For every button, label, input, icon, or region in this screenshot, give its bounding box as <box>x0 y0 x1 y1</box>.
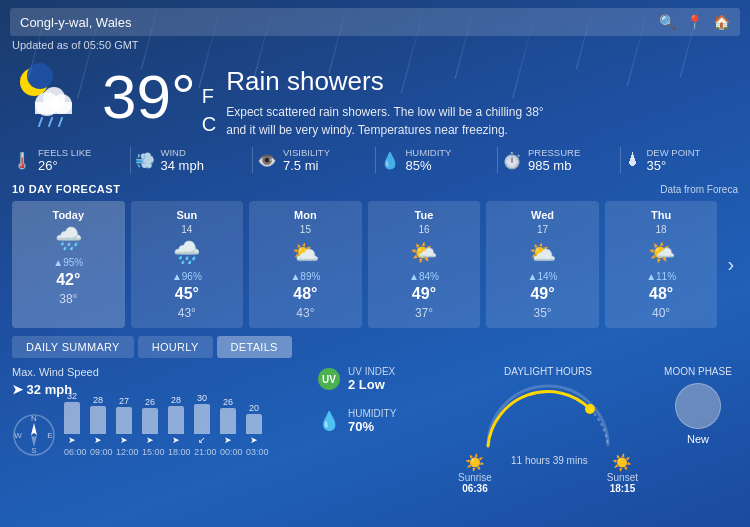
details-section: Max. Wind Speed ➤ 32 mph N S W E 32 ➤ 28 <box>0 362 750 494</box>
unit-fahrenheit[interactable]: F <box>202 86 216 106</box>
daylight-section: DAYLIGHT HOURS ☀️ Sunrise 06:36 11 hours… <box>458 366 638 494</box>
sunrise-icon: ☀️ <box>465 453 485 472</box>
sunset-label: Sunset <box>607 472 638 483</box>
forecast-high-temp: 49° <box>412 285 436 303</box>
svg-text:N: N <box>31 414 37 423</box>
sunset-icon: ☀️ <box>612 453 632 472</box>
dew-point-stat: 🌢 DEW POINT 35° <box>625 147 739 173</box>
forecast-low-temp: 35° <box>533 306 551 320</box>
wind-bars-chart: 32 ➤ 28 ➤ 27 ➤ 26 ➤ 28 ➤ 30 ↙ 26 ➤ 20 ➤ … <box>64 405 298 457</box>
svg-marker-14 <box>31 423 37 435</box>
feels-like-stat: 🌡️ FEELS LIKE 26° <box>12 147 126 173</box>
uv-badge: UV <box>318 368 340 390</box>
forecast-day-label: Wed <box>531 209 554 221</box>
forecast-weather-icon: 🌧️ <box>173 240 200 266</box>
forecast-precip: ▲14% <box>528 271 558 282</box>
humidity-value: 85% <box>406 158 452 173</box>
tab-hourly[interactable]: HOURLY <box>138 336 213 358</box>
forecast-next-arrow[interactable]: › <box>723 201 738 328</box>
svg-line-6 <box>39 118 42 126</box>
wind-compass: N S W E <box>12 413 56 457</box>
pressure-stat: ⏱️ PRESSURE 985 mb <box>502 147 616 173</box>
humidity-label: HUMIDITY <box>406 147 452 158</box>
wind-label: WIND <box>161 147 204 158</box>
forecast-precip: ▲11% <box>646 271 676 282</box>
search-bar: 🔍 📍 🏠 <box>10 8 740 36</box>
gauge-icon: ⏱️ <box>502 151 522 170</box>
svg-rect-5 <box>35 102 72 114</box>
main-weather-panel: 39° F C Rain showers Expect scattered ra… <box>0 54 750 143</box>
humidity-detail-icon: 💧 <box>318 410 340 432</box>
sunrise-label: Sunrise <box>458 472 492 483</box>
temperature-section: 39° F C <box>102 66 216 134</box>
visibility-label: VISIBILITY <box>283 147 330 158</box>
tabs-row: DAILY SUMMARYHOURLYDETAILS <box>0 328 750 362</box>
svg-text:E: E <box>47 431 52 440</box>
uv-row: UV UV INDEX 2 Low <box>318 366 438 392</box>
forecast-precip: ▲96% <box>172 271 202 282</box>
forecast-date: 15 <box>300 224 311 235</box>
svg-text:S: S <box>31 446 36 455</box>
forecast-day-label: Tue <box>415 209 434 221</box>
forecast-card-4[interactable]: Wed 17 ⛅ ▲14% 49° 35° <box>486 201 599 328</box>
weather-condition-title: Rain showers <box>226 66 738 97</box>
search-icon[interactable]: 🔍 <box>659 14 676 30</box>
forecast-day-label: Sun <box>176 209 197 221</box>
unit-celsius[interactable]: C <box>202 114 216 134</box>
forecast-card-5[interactable]: Thu 18 🌤️ ▲11% 48° 40° <box>605 201 718 328</box>
home-icon[interactable]: 🏠 <box>713 14 730 30</box>
humidity-detail-label: HUMIDITY <box>348 408 396 419</box>
search-input[interactable] <box>20 15 651 30</box>
forecast-low-temp: 43° <box>296 306 314 320</box>
forecast-day-label: Today <box>52 209 84 221</box>
forecast-weather-icon: 🌤️ <box>648 240 675 266</box>
stats-row: 🌡️ FEELS LIKE 26° 💨 WIND 34 mph 👁️ VISIB… <box>0 143 750 179</box>
forecast-high-temp: 48° <box>649 285 673 303</box>
daylight-times: ☀️ Sunrise 06:36 11 hours 39 mins ☀️ Sun… <box>458 453 638 494</box>
forecast-day-label: Mon <box>294 209 317 221</box>
data-source-label: Data from Foreca <box>660 184 738 195</box>
forecast-title: 10 DAY FORECAST <box>12 183 120 195</box>
tab-details[interactable]: DETAILS <box>217 336 292 358</box>
sunrise-time: 06:36 <box>462 483 488 494</box>
sunrise-item: ☀️ Sunrise 06:36 <box>458 453 492 494</box>
moon-phase-section: MOON PHASE New <box>658 366 738 494</box>
svg-line-7 <box>49 118 52 126</box>
wind-speed-title: Max. Wind Speed <box>12 366 298 378</box>
forecast-high-temp: 49° <box>530 285 554 303</box>
dew-point-label: DEW POINT <box>647 147 701 158</box>
current-temperature: 39° <box>102 66 196 128</box>
forecast-low-temp: 40° <box>652 306 670 320</box>
forecast-weather-icon: 🌤️ <box>410 240 437 266</box>
forecast-card-2[interactable]: Mon 15 ⛅ ▲89% 48° 43° <box>249 201 362 328</box>
forecast-low-temp: 37° <box>415 306 433 320</box>
uv-label: UV INDEX <box>348 366 395 377</box>
pressure-value: 985 mb <box>528 158 580 173</box>
dew-icon: 🌢 <box>625 151 641 169</box>
forecast-low-temp: 38° <box>59 292 77 306</box>
forecast-date: 17 <box>537 224 548 235</box>
moon-phase-icon <box>675 383 721 429</box>
tab-daily-summary[interactable]: DAILY SUMMARY <box>12 336 134 358</box>
daylight-duration: 11 hours 39 mins <box>511 455 588 466</box>
forecast-weather-icon: 🌧️ <box>55 226 82 252</box>
forecast-day-label: Thu <box>651 209 671 221</box>
forecast-card-1[interactable]: Sun 14 🌧️ ▲96% 45° 43° <box>131 201 244 328</box>
thermometer-icon: 🌡️ <box>12 151 32 170</box>
updated-timestamp: Updated as of 05:50 GMT <box>12 39 738 51</box>
forecast-high-temp: 45° <box>175 285 199 303</box>
moon-phase-title: MOON PHASE <box>664 366 732 377</box>
sunset-time: 18:15 <box>610 483 636 494</box>
humidity-row: 💧 HUMIDITY 70% <box>318 408 438 434</box>
current-weather-icon <box>12 62 92 132</box>
location-pin-icon[interactable]: 📍 <box>686 14 703 30</box>
weather-description-panel: Rain showers Expect scattered rain showe… <box>226 62 738 139</box>
forecast-weather-icon: ⛅ <box>292 240 319 266</box>
svg-text:W: W <box>14 431 22 440</box>
uv-value: 2 Low <box>348 377 395 392</box>
forecast-card-0[interactable]: Today 🌧️ ▲95% 42° 38° <box>12 201 125 328</box>
wind-value: 34 mph <box>161 158 204 173</box>
forecast-precip: ▲84% <box>409 271 439 282</box>
forecast-card-3[interactable]: Tue 16 🌤️ ▲84% 49° 37° <box>368 201 481 328</box>
humidity-detail-value: 70% <box>348 419 396 434</box>
